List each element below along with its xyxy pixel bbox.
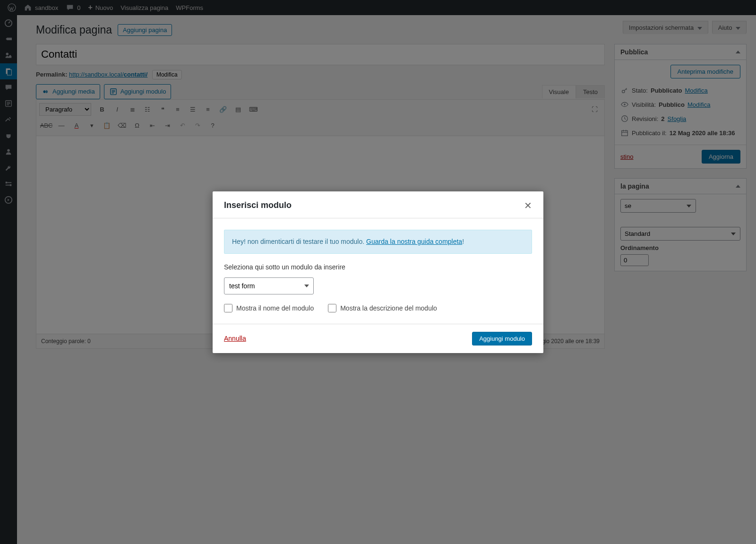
guide-link[interactable]: Guarda la nostra guida completa: [366, 238, 462, 245]
add-form-button[interactable]: Aggiungi modulo: [472, 332, 532, 345]
close-icon[interactable]: ✕: [524, 200, 532, 211]
cancel-button[interactable]: Annulla: [224, 335, 246, 342]
modal-instruction: Seleziona qui sotto un modulo da inserir…: [224, 263, 532, 271]
show-name-checkbox[interactable]: Mostra il nome del modulo: [224, 304, 314, 312]
info-notice: Hey! non dimenticarti di testare il tuo …: [224, 230, 532, 254]
modal-title: Inserisci modulo: [224, 200, 292, 210]
show-desc-checkbox[interactable]: Mostra la descrizione del modulo: [328, 304, 437, 312]
form-select[interactable]: test form: [224, 277, 314, 294]
insert-form-modal: Inserisci modulo ✕ Hey! non dimenticarti…: [213, 191, 543, 353]
modal-overlay: Inserisci modulo ✕ Hey! non dimenticarti…: [0, 0, 756, 358]
